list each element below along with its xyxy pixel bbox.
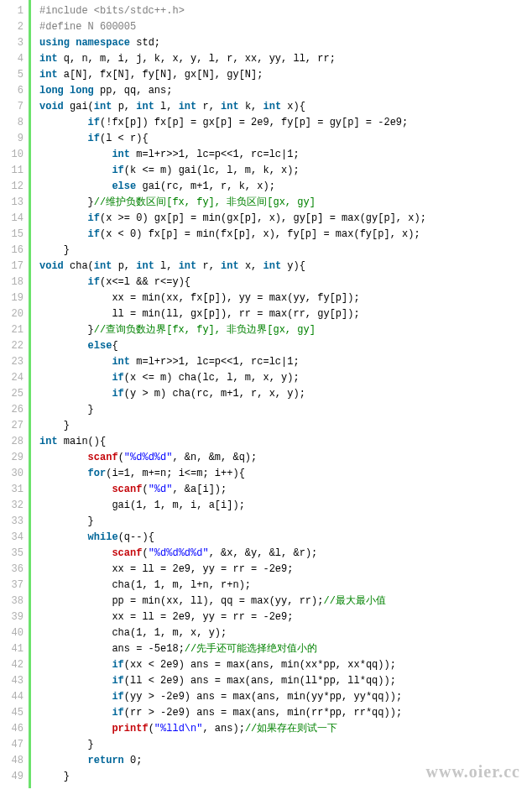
token-fn [39, 276, 88, 288]
token-fn: cha( [64, 260, 94, 272]
token-fn: (!fx[p]) fx[p] = gx[p] = 2e9, fy[p] = gy… [100, 117, 408, 128]
line-number: 14 [3, 211, 23, 227]
token-fn: (yy > -2e9) ans = max(ans, min(yy*pp, yy… [124, 691, 402, 703]
token-fn: l, [154, 101, 179, 112]
token-fn: ( [149, 723, 154, 735]
line-number: 20 [3, 306, 23, 322]
line-number: 5 [3, 67, 23, 83]
line-number: 31 [3, 482, 23, 498]
code-line: printf("%lld\n", ans);//如果存在则试一下 [39, 721, 532, 737]
token-fn: r, [196, 101, 221, 112]
line-number: 2 [3, 19, 23, 35]
token-ty: int [179, 101, 197, 112]
token-fn: l, [154, 260, 179, 272]
line-number: 40 [3, 625, 23, 641]
token-str: "%lld\n" [154, 723, 203, 735]
line-number: 47 [3, 737, 23, 753]
token-pp: #define N 600005 [39, 21, 136, 33]
token-ty: int [94, 101, 112, 112]
token-fn: (y > m) cha(rc, m+1, r, x, y); [124, 388, 305, 400]
code-line: } [39, 418, 532, 434]
code-line: cha(1, 1, m, l+n, r+n); [39, 578, 532, 593]
line-number: 42 [3, 657, 23, 673]
line-number: 11 [3, 163, 23, 179]
line-number: 44 [3, 689, 23, 705]
token-fn: pp = min(xx, ll), qq = max(yy, rr); [39, 595, 323, 607]
token-ty: int [136, 101, 154, 112]
code-line: if(ll < 2e9) ans = max(ans, min(ll*pp, l… [39, 673, 532, 689]
token-fn: x, [239, 260, 263, 272]
line-number: 38 [3, 593, 23, 609]
code-line: #include <bits/stdc++.h> [39, 3, 532, 19]
token-str: "%d" [149, 484, 173, 495]
line-number: 37 [3, 578, 23, 593]
line-number: 6 [3, 83, 23, 99]
token-ty: int [39, 436, 58, 447]
line-number: 12 [3, 179, 23, 195]
line-number: 1 [3, 3, 23, 19]
token-fn [39, 212, 88, 224]
token-fn [39, 372, 112, 384]
token-fn: } [39, 324, 94, 336]
code-line: for(i=1, m+=n; i<=m; i++){ [39, 466, 532, 482]
line-number: 8 [3, 115, 23, 131]
token-fn: 0; [124, 755, 143, 766]
token-fn: ( [118, 452, 124, 463]
token-kw: if [88, 212, 100, 224]
token-ty: int [94, 260, 112, 272]
line-number: 43 [3, 673, 23, 689]
token-fn: , &n, &m, &q); [172, 452, 257, 463]
token-fn: y){ [281, 260, 305, 272]
token-kw: if [112, 707, 123, 719]
line-number: 26 [3, 402, 23, 418]
token-kw: if [112, 372, 123, 384]
code-line: if(!fx[p]) fx[p] = gx[p] = 2e9, fy[p] = … [39, 115, 532, 131]
token-fn [39, 468, 88, 479]
code-line: if(x <= m) cha(lc, l, m, x, y); [39, 370, 532, 386]
token-fn [39, 531, 88, 543]
token-fn: ans = -5e18; [39, 643, 185, 655]
line-number: 29 [3, 450, 23, 466]
token-fn: , &x, &y, &l, &r); [209, 547, 318, 559]
code-line: else{ [39, 338, 532, 354]
code-line: } [39, 243, 532, 259]
code-line: int m=l+r>>1, lc=p<<1, rc=lc|1; [39, 147, 532, 163]
token-ty: void [39, 101, 64, 112]
token-kw: if [88, 228, 100, 240]
token-io: printf [112, 723, 148, 735]
token-fn: } [39, 771, 70, 782]
line-number: 16 [3, 243, 23, 259]
code-line: int q, n, m, i, j, k, x, y, l, r, xx, yy… [39, 51, 532, 67]
token-fn: (ll < 2e9) ans = max(ans, min(ll*pp, ll*… [124, 675, 396, 687]
token-fn: cha(1, 1, m, l+n, r+n); [39, 579, 251, 591]
token-kw: while [88, 531, 118, 543]
token-fn: std; [130, 37, 160, 49]
code-line: cha(1, 1, m, x, y); [39, 625, 532, 641]
code-line: if(x < 0) fx[p] = min(fx[p], x), fy[p] =… [39, 227, 532, 243]
token-fn: , &a[i]); [172, 484, 227, 495]
token-fn: cha(1, 1, m, x, y); [39, 627, 227, 639]
line-number: 30 [3, 466, 23, 482]
token-fn [39, 228, 88, 240]
token-fn: k, [239, 101, 263, 112]
code-line: scanf("%d%d%d%d", &x, &y, &l, &r); [39, 546, 532, 562]
token-fn: (k <= m) gai(lc, l, m, k, x); [124, 165, 300, 176]
code-line: } [39, 737, 532, 753]
line-number: 25 [3, 386, 23, 402]
token-fn: m=l+r>>1, lc=p<<1, rc=lc|1; [130, 356, 300, 368]
line-number: 10 [3, 147, 23, 163]
code-line: if(y > m) cha(rc, m+1, r, x, y); [39, 386, 532, 402]
token-fn: } [39, 404, 94, 416]
line-number: 45 [3, 705, 23, 721]
code-line: while(q--){ [39, 530, 532, 546]
token-fn: } [39, 244, 70, 256]
token-str: "%d%d%d%d" [149, 547, 209, 559]
code-line: int a[N], fx[N], fy[N], gx[N], gy[N]; [39, 67, 532, 83]
line-number: 9 [3, 131, 23, 147]
code-line: void cha(int p, int l, int r, int x, int… [39, 259, 532, 275]
token-kw: if [112, 165, 123, 176]
line-number: 32 [3, 498, 23, 514]
token-fn [39, 165, 112, 176]
token-cm: //先手还可能选择绝对值小的 [185, 643, 317, 655]
token-kw: using [39, 37, 70, 49]
